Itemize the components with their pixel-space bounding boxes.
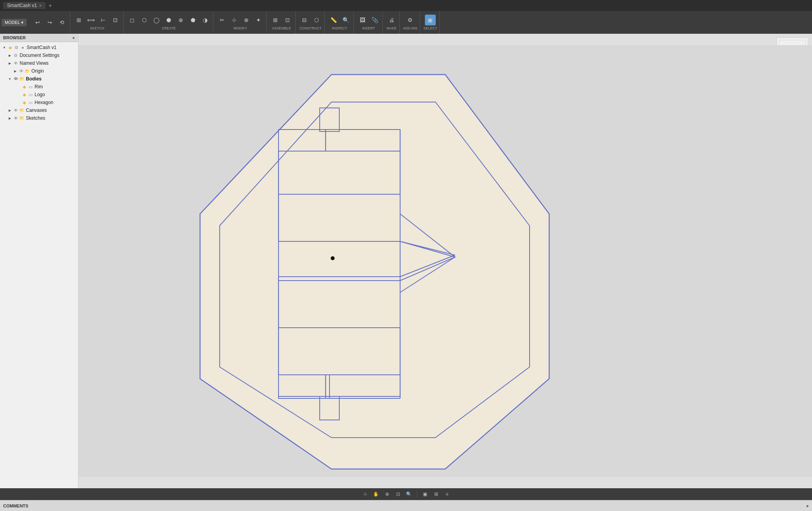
inspect-tool-2[interactable]: 🔍 bbox=[340, 15, 351, 26]
canvases-label: Canvases bbox=[26, 108, 47, 113]
tab-close-icon[interactable]: × bbox=[39, 4, 42, 8]
sketch-tool-4[interactable]: ⊡ bbox=[110, 15, 121, 26]
eye-icon-bodies: 👁 bbox=[13, 76, 19, 82]
eye-icon-origin: 👁 bbox=[18, 68, 24, 74]
folder-icon-origin: 📁 bbox=[24, 68, 31, 74]
create-tool-1[interactable]: ◻ bbox=[127, 15, 138, 26]
browser-label: BROWSER bbox=[3, 35, 25, 40]
tree-item-bodies[interactable]: ▼ 👁 📁 Bodies bbox=[0, 75, 78, 83]
construct-tool-2[interactable]: ⬡ bbox=[311, 15, 322, 26]
zoom-fit-button[interactable]: ⊡ bbox=[393, 489, 403, 499]
modify-tool-4[interactable]: ✦ bbox=[253, 15, 264, 26]
create-group: ◻ ⬡ ◯ ⬢ ⊕ ⬟ ◑ CREATE bbox=[124, 11, 213, 34]
logo-label: Logo bbox=[35, 92, 45, 97]
doc-settings-label: Document Settings bbox=[20, 53, 59, 58]
tree-item-hexagon[interactable]: ◆ ▭ Hexagon bbox=[0, 99, 78, 106]
model-dropdown-icon: ▾ bbox=[21, 20, 24, 25]
bottom-toolbar: ⊹ ✋ ⊕ ⊡ 🔍 ▣ ⊞ ≡ bbox=[0, 488, 812, 500]
sidebar: BROWSER ● ▼ ◆ ⚙ ● SmartCash v1 ▶ ⚙ Docum… bbox=[0, 34, 78, 488]
zoom-in-button[interactable]: ⊕ bbox=[382, 489, 392, 499]
addins-tool-1[interactable]: ⚙ bbox=[405, 15, 416, 26]
undo-button[interactable]: ↩ bbox=[32, 17, 43, 28]
modify-tool-2[interactable]: ⊹ bbox=[229, 15, 240, 26]
eye-icon-canvases: 👁 bbox=[13, 107, 19, 113]
model-label: MODEL bbox=[5, 20, 20, 25]
modify-tool-3[interactable]: ⊕ bbox=[241, 15, 252, 26]
box-icon-hexagon: ▭ bbox=[27, 99, 34, 106]
create-tool-2[interactable]: ⬡ bbox=[139, 15, 150, 26]
eye-icon-logo: ◆ bbox=[21, 91, 27, 98]
inspect-label: INSPECT bbox=[332, 26, 347, 30]
comments-bar: COMMENTS ● bbox=[0, 500, 812, 511]
tree-item-sketches[interactable]: ▶ 👁 📁 Sketches bbox=[0, 114, 78, 122]
browser-header: BROWSER ● bbox=[0, 34, 78, 42]
zoom-search-button[interactable]: 🔍 bbox=[404, 489, 414, 499]
display-mode-button[interactable]: ▣ bbox=[421, 489, 430, 499]
insert-tool-2[interactable]: 📎 bbox=[369, 15, 380, 26]
create-tool-3[interactable]: ◯ bbox=[151, 15, 162, 26]
tree-item-doc-settings[interactable]: ▶ ⚙ Document Settings bbox=[0, 51, 78, 59]
sketch-group: ⊞ ⟺ ⊢ ⊡ SKETCH bbox=[71, 11, 124, 34]
create-tool-4[interactable]: ⬢ bbox=[163, 15, 174, 26]
insert-group: 🖼 📎 INSERT bbox=[355, 11, 383, 34]
grid-button[interactable]: ⊞ bbox=[431, 489, 441, 499]
make-label: MAKE bbox=[386, 26, 397, 30]
active-tab[interactable]: SmartCash v1 × bbox=[3, 2, 46, 9]
assemble-tool-2[interactable]: ⊡ bbox=[282, 15, 293, 26]
sketch-tool-3[interactable]: ⊢ bbox=[98, 15, 109, 26]
make-group: 🖨 MAKE bbox=[384, 11, 400, 34]
create-tool-6[interactable]: ⬟ bbox=[188, 15, 198, 26]
create-tool-7[interactable]: ◑ bbox=[200, 15, 211, 26]
toggle-sketches: ▶ bbox=[7, 115, 13, 121]
redo-button[interactable]: ↪ bbox=[44, 17, 55, 28]
sketch-tool-1[interactable]: ⊞ bbox=[73, 15, 84, 26]
folder-icon-canvases: 📁 bbox=[19, 107, 25, 113]
toggle-rim bbox=[18, 84, 21, 89]
named-views-label: Named Views bbox=[20, 60, 49, 66]
hand-tool-button[interactable]: ✋ bbox=[371, 489, 381, 499]
root-label: SmartCash v1 bbox=[27, 45, 56, 50]
tree-item-root[interactable]: ▼ ◆ ⚙ ● SmartCash v1 bbox=[0, 44, 78, 51]
tree-item-logo[interactable]: ◆ ▭ Logo bbox=[0, 91, 78, 99]
tree-item-canvases[interactable]: ▶ 👁 📁 Canvases bbox=[0, 106, 78, 114]
canvas-area[interactable]: TOP FRONT X Y Z bbox=[78, 34, 812, 488]
inspect-tool-1[interactable]: 📏 bbox=[328, 15, 339, 26]
modify-tool-1[interactable]: ✂ bbox=[217, 15, 228, 26]
browser-close-icon[interactable]: ● bbox=[72, 35, 75, 40]
select-label: SELECT bbox=[423, 26, 437, 30]
sketches-label: Sketches bbox=[26, 115, 45, 121]
diamond-icon: ◆ bbox=[7, 44, 13, 51]
design-canvas[interactable] bbox=[78, 34, 812, 488]
assemble-label: ASSEMBLE bbox=[272, 26, 291, 30]
create-tool-5[interactable]: ⊕ bbox=[175, 15, 186, 26]
comments-close-icon[interactable]: ● bbox=[806, 503, 809, 509]
construct-label: CONSTRUCT bbox=[299, 26, 322, 30]
tree-item-rim[interactable]: ◆ ▭ Rim bbox=[0, 83, 78, 91]
tab-add-icon[interactable]: + bbox=[49, 2, 52, 9]
sketch-tool-2[interactable]: ⟺ bbox=[86, 15, 96, 26]
main-area: BROWSER ● ▼ ◆ ⚙ ● SmartCash v1 ▶ ⚙ Docum… bbox=[0, 34, 812, 488]
modify-group: ✂ ⊹ ⊕ ✦ MODIFY bbox=[214, 11, 267, 34]
cursor-tool-button[interactable]: ⊹ bbox=[360, 489, 370, 499]
stats-button[interactable]: ≡ bbox=[442, 489, 452, 499]
toggle-origin: ▶ bbox=[13, 68, 18, 74]
title-bar: SmartCash v1 × + bbox=[0, 0, 812, 11]
select-tool-1[interactable]: ▣ bbox=[425, 15, 436, 26]
model-button[interactable]: MODEL ▾ bbox=[2, 19, 27, 26]
comments-label: COMMENTS bbox=[3, 504, 28, 508]
addins-label: ADD-INS bbox=[403, 26, 417, 30]
make-tool-1[interactable]: 🖨 bbox=[386, 15, 397, 26]
assemble-tool-1[interactable]: ⊞ bbox=[270, 15, 281, 26]
construct-tool-1[interactable]: ⊟ bbox=[299, 15, 310, 26]
gear-icon: ⚙ bbox=[13, 44, 20, 51]
toggle-named-views: ▶ bbox=[7, 60, 13, 66]
eye-icon-rim: ◆ bbox=[21, 84, 27, 90]
tree-item-named-views[interactable]: ▶ 👁 Named Views bbox=[0, 59, 78, 67]
toggle-hexagon bbox=[18, 100, 21, 105]
eye-icon-named-views: 👁 bbox=[13, 60, 19, 66]
tree-item-origin[interactable]: ▶ 👁 📁 Origin bbox=[0, 67, 78, 75]
insert-tool-1[interactable]: 🖼 bbox=[357, 15, 368, 26]
toggle-bodies: ▼ bbox=[7, 76, 13, 82]
undo-history-button[interactable]: ⟲ bbox=[56, 17, 67, 28]
assemble-group: ⊞ ⊡ ASSEMBLE bbox=[268, 11, 296, 34]
